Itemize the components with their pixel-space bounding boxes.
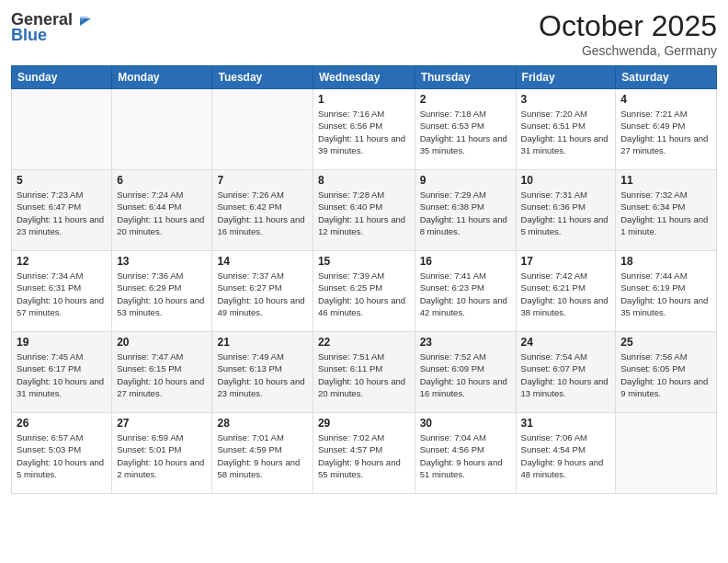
table-row <box>212 89 313 170</box>
day-detail: Sunrise: 7:54 AMSunset: 6:07 PMDaylight:… <box>521 350 611 399</box>
daylight-text: Daylight: 10 hours and 2 minutes. <box>117 456 207 481</box>
sunset-text: Sunset: 6:44 PM <box>117 201 207 213</box>
sunrise-text: Sunrise: 7:21 AM <box>620 108 711 120</box>
col-friday: Friday <box>516 66 616 89</box>
table-row: 16Sunrise: 7:41 AMSunset: 6:23 PMDayligh… <box>415 251 516 332</box>
sunrise-text: Sunrise: 7:04 AM <box>420 431 511 443</box>
day-detail: Sunrise: 7:47 AMSunset: 6:15 PMDaylight:… <box>117 350 207 399</box>
daylight-text: Daylight: 10 hours and 53 minutes. <box>117 294 207 319</box>
sunset-text: Sunset: 6:23 PM <box>420 282 511 293</box>
day-detail: Sunrise: 7:01 AMSunset: 4:59 PMDaylight:… <box>217 431 307 480</box>
table-row: 18Sunrise: 7:44 AMSunset: 6:19 PMDayligh… <box>616 251 717 332</box>
daylight-text: Daylight: 9 hours and 58 minutes. <box>217 456 307 481</box>
sunrise-text: Sunrise: 7:28 AM <box>318 189 410 201</box>
day-number: 18 <box>620 255 711 268</box>
day-number: 30 <box>420 417 511 430</box>
day-number: 31 <box>521 417 611 430</box>
sunrise-text: Sunrise: 7:41 AM <box>420 270 511 282</box>
sunset-text: Sunset: 5:03 PM <box>17 443 107 455</box>
daylight-text: Daylight: 11 hours and 39 minutes. <box>318 132 410 157</box>
table-row: 26Sunrise: 6:57 AMSunset: 5:03 PMDayligh… <box>12 413 112 494</box>
sunrise-text: Sunrise: 7:47 AM <box>117 350 207 362</box>
sunset-text: Sunset: 6:34 PM <box>620 201 711 213</box>
day-number: 23 <box>420 336 511 349</box>
sunset-text: Sunset: 6:11 PM <box>318 362 410 374</box>
sunset-text: Sunset: 6:27 PM <box>217 282 307 293</box>
table-row: 30Sunrise: 7:04 AMSunset: 4:56 PMDayligh… <box>415 413 516 494</box>
sunset-text: Sunset: 6:07 PM <box>521 362 611 374</box>
table-row: 8Sunrise: 7:28 AMSunset: 6:40 PMDaylight… <box>313 170 415 251</box>
daylight-text: Daylight: 9 hours and 51 minutes. <box>420 456 511 481</box>
day-detail: Sunrise: 7:29 AMSunset: 6:38 PMDaylight:… <box>420 189 511 237</box>
day-number: 25 <box>620 336 711 349</box>
day-detail: Sunrise: 7:37 AMSunset: 6:27 PMDaylight:… <box>217 270 307 318</box>
daylight-text: Daylight: 11 hours and 20 minutes. <box>117 213 207 238</box>
col-wednesday: Wednesday <box>313 66 415 89</box>
day-detail: Sunrise: 7:02 AMSunset: 4:57 PMDaylight:… <box>318 431 410 480</box>
daylight-text: Daylight: 11 hours and 8 minutes. <box>420 213 511 238</box>
table-row: 23Sunrise: 7:52 AMSunset: 6:09 PMDayligh… <box>415 332 516 413</box>
sunrise-text: Sunrise: 7:02 AM <box>318 431 410 443</box>
sunrise-text: Sunrise: 7:37 AM <box>217 270 307 282</box>
sunrise-text: Sunrise: 7:44 AM <box>620 270 711 282</box>
daylight-text: Daylight: 10 hours and 42 minutes. <box>420 294 511 319</box>
sunrise-text: Sunrise: 7:54 AM <box>521 350 611 362</box>
sunrise-text: Sunrise: 6:59 AM <box>117 431 207 443</box>
day-number: 17 <box>521 255 611 268</box>
daylight-text: Daylight: 11 hours and 27 minutes. <box>620 132 711 157</box>
day-detail: Sunrise: 7:41 AMSunset: 6:23 PMDaylight:… <box>420 270 511 318</box>
day-detail: Sunrise: 7:36 AMSunset: 6:29 PMDaylight:… <box>117 270 207 318</box>
table-row: 10Sunrise: 7:31 AMSunset: 6:36 PMDayligh… <box>516 170 616 251</box>
day-number: 29 <box>318 417 410 430</box>
day-detail: Sunrise: 7:06 AMSunset: 4:54 PMDaylight:… <box>521 431 611 480</box>
sunrise-text: Sunrise: 7:23 AM <box>17 189 107 201</box>
sunset-text: Sunset: 6:21 PM <box>521 282 611 293</box>
day-detail: Sunrise: 7:42 AMSunset: 6:21 PMDaylight:… <box>521 270 611 318</box>
daylight-text: Daylight: 10 hours and 27 minutes. <box>117 375 207 400</box>
daylight-text: Daylight: 10 hours and 46 minutes. <box>318 294 410 319</box>
day-number: 5 <box>17 174 107 187</box>
day-number: 26 <box>17 417 107 430</box>
day-detail: Sunrise: 7:21 AMSunset: 6:49 PMDaylight:… <box>620 108 711 156</box>
day-detail: Sunrise: 7:52 AMSunset: 6:09 PMDaylight:… <box>420 350 511 399</box>
table-row <box>112 89 212 170</box>
sunset-text: Sunset: 6:29 PM <box>117 282 207 293</box>
sunset-text: Sunset: 6:51 PM <box>521 120 611 132</box>
header: General Blue October 2025 Geschwenda, Ge… <box>11 9 717 58</box>
title-block: October 2025 Geschwenda, Germany <box>539 9 717 58</box>
day-detail: Sunrise: 7:45 AMSunset: 6:17 PMDaylight:… <box>17 350 107 399</box>
day-number: 3 <box>521 93 611 106</box>
day-number: 8 <box>318 174 410 187</box>
daylight-text: Daylight: 10 hours and 31 minutes. <box>17 375 107 400</box>
table-row: 25Sunrise: 7:56 AMSunset: 6:05 PMDayligh… <box>616 332 717 413</box>
table-row: 3Sunrise: 7:20 AMSunset: 6:51 PMDaylight… <box>516 89 616 170</box>
sunrise-text: Sunrise: 7:39 AM <box>318 270 410 282</box>
calendar-week-row: 1Sunrise: 7:16 AMSunset: 6:56 PMDaylight… <box>12 89 717 170</box>
calendar-container: General Blue October 2025 Geschwenda, Ge… <box>0 0 728 563</box>
daylight-text: Daylight: 10 hours and 13 minutes. <box>521 375 611 400</box>
table-row: 31Sunrise: 7:06 AMSunset: 4:54 PMDayligh… <box>516 413 616 494</box>
day-detail: Sunrise: 7:18 AMSunset: 6:53 PMDaylight:… <box>420 108 511 156</box>
daylight-text: Daylight: 10 hours and 49 minutes. <box>217 294 307 319</box>
day-number: 15 <box>318 255 410 268</box>
day-detail: Sunrise: 7:04 AMSunset: 4:56 PMDaylight:… <box>420 431 511 480</box>
day-number: 28 <box>217 417 307 430</box>
day-detail: Sunrise: 7:32 AMSunset: 6:34 PMDaylight:… <box>620 189 711 237</box>
table-row: 19Sunrise: 7:45 AMSunset: 6:17 PMDayligh… <box>12 332 112 413</box>
day-detail: Sunrise: 7:16 AMSunset: 6:56 PMDaylight:… <box>318 108 410 156</box>
table-row: 27Sunrise: 6:59 AMSunset: 5:01 PMDayligh… <box>112 413 212 494</box>
daylight-text: Daylight: 9 hours and 55 minutes. <box>318 456 410 481</box>
day-detail: Sunrise: 7:39 AMSunset: 6:25 PMDaylight:… <box>318 270 410 318</box>
sunset-text: Sunset: 6:36 PM <box>521 201 611 213</box>
sunset-text: Sunset: 4:57 PM <box>318 443 410 455</box>
sunset-text: Sunset: 6:13 PM <box>217 362 307 374</box>
location-text: Geschwenda, Germany <box>539 43 717 58</box>
sunrise-text: Sunrise: 7:20 AM <box>521 108 611 120</box>
day-number: 20 <box>117 336 207 349</box>
sunset-text: Sunset: 6:42 PM <box>217 201 307 213</box>
day-number: 10 <box>521 174 611 187</box>
day-number: 16 <box>420 255 511 268</box>
sunrise-text: Sunrise: 7:45 AM <box>17 350 107 362</box>
logo: General Blue <box>11 9 95 45</box>
table-row: 20Sunrise: 7:47 AMSunset: 6:15 PMDayligh… <box>112 332 212 413</box>
